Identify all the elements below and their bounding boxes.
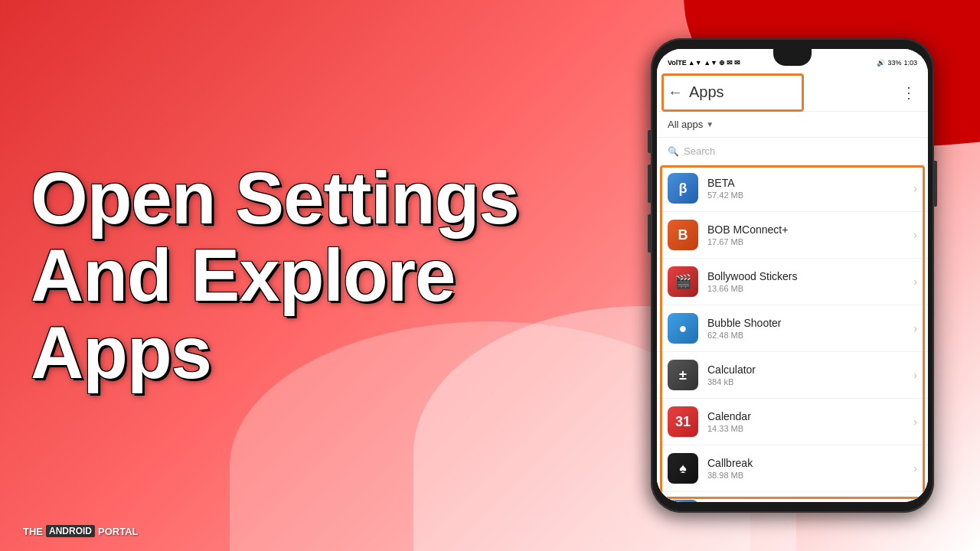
app-list-item[interactable]: BBOB MConnect+17.67 MB› — [657, 212, 928, 259]
watermark-brand: ANDROID — [46, 525, 95, 537]
app-info: Calculator384 kB — [707, 364, 913, 386]
phone-vol-up-button — [648, 165, 651, 203]
chevron-right-icon: › — [913, 462, 917, 474]
app-icon: 🎬 — [668, 266, 698, 297]
app-list-item[interactable]: 📷Camera69.63 MB› — [657, 492, 928, 502]
app-bar-title: Apps — [689, 83, 901, 101]
app-list-item[interactable]: ●Bubble Shooter62.48 MB› — [657, 305, 928, 352]
app-info: Callbreak38.98 MB — [707, 457, 913, 480]
phone-body: VolTE ▲▼ ▲▼ ⊕ ✉ ✉ 🔊 33% 1:03 ← Apps ⋮ — [651, 38, 934, 513]
filter-row[interactable]: All apps ▼ — [657, 112, 928, 138]
chevron-right-icon: › — [913, 369, 917, 381]
search-placeholder: Search — [684, 145, 715, 157]
chevron-right-icon: › — [913, 229, 917, 241]
chevron-right-icon: › — [913, 182, 917, 194]
app-size: 62.48 MB — [707, 331, 913, 340]
app-list-item[interactable]: 31Calendar14.33 MB› — [657, 399, 928, 445]
app-icon: β — [668, 173, 698, 204]
app-size: 13.66 MB — [707, 284, 913, 293]
app-list-item[interactable]: 🎬Bollywood Stickers13.66 MB› — [657, 259, 928, 305]
chevron-right-icon: › — [913, 276, 917, 288]
phone-container: VolTE ▲▼ ▲▼ ⊕ ✉ ✉ 🔊 33% 1:03 ← Apps ⋮ — [651, 38, 934, 513]
status-msg: ✉ ✉ — [727, 59, 741, 67]
app-list-item[interactable]: ±Calculator384 kB› — [657, 352, 928, 399]
status-sound: 🔊 — [877, 59, 885, 67]
app-list-item[interactable]: ♠Callbreak38.98 MB› — [657, 445, 928, 492]
watermark-prefix: THE — [23, 526, 43, 537]
search-icon: 🔍 — [668, 146, 679, 157]
app-name: Calculator — [707, 364, 913, 376]
watermark: THE ANDROID PORTAL — [23, 525, 138, 537]
phone-vol-down-button — [648, 214, 651, 253]
app-size: 384 kB — [707, 377, 913, 386]
app-icon: ± — [668, 360, 698, 390]
app-size: 17.67 MB — [707, 237, 913, 246]
left-text-block: Open Settings And Explore Apps — [31, 160, 567, 391]
app-list-item[interactable]: βBETA57.42 MB› — [657, 165, 928, 212]
filter-dropdown-arrow: ▼ — [706, 120, 714, 129]
app-size: 38.98 MB — [707, 471, 913, 480]
app-name: Calendar — [707, 410, 913, 422]
filter-label: All apps — [668, 119, 703, 130]
app-name: Bollywood Stickers — [707, 270, 913, 282]
more-options-button[interactable]: ⋮ — [901, 83, 917, 102]
phone-screen: VolTE ▲▼ ▲▼ ⊕ ✉ ✉ 🔊 33% 1:03 ← Apps ⋮ — [657, 49, 928, 502]
app-info: Bollywood Stickers13.66 MB — [707, 270, 913, 293]
back-button[interactable]: ← — [668, 83, 683, 101]
app-bar: ← Apps ⋮ — [657, 73, 928, 112]
status-wifi: ⊕ — [719, 59, 725, 67]
app-info: Bubble Shooter62.48 MB — [707, 317, 913, 340]
status-carrier: VolTE — [668, 59, 687, 67]
title-line2: And Explore Apps — [31, 237, 567, 392]
status-signal: ▲▼ ▲▼ — [688, 59, 717, 67]
app-name: BOB MConnect+ — [707, 223, 913, 236]
chevron-right-icon: › — [913, 416, 917, 428]
app-name: BETA — [707, 177, 913, 189]
phone-notch — [773, 49, 812, 66]
watermark-suffix: PORTAL — [98, 526, 138, 537]
phone-power-button — [934, 161, 937, 207]
main-title: Open Settings And Explore Apps — [31, 160, 567, 391]
search-bar[interactable]: 🔍 Search — [657, 138, 928, 165]
app-size: 57.42 MB — [707, 191, 913, 200]
title-line1: Open Settings — [31, 160, 567, 237]
status-time: 1:03 — [903, 59, 917, 67]
status-battery: 33% — [887, 59, 901, 67]
status-left: VolTE ▲▼ ▲▼ ⊕ ✉ ✉ — [668, 59, 741, 67]
app-info: Calendar14.33 MB — [707, 410, 913, 433]
app-name: Bubble Shooter — [707, 317, 913, 329]
app-icon: ● — [668, 313, 698, 344]
app-icon: B — [668, 220, 698, 250]
app-icon: 📷 — [668, 500, 698, 502]
app-size: 14.33 MB — [707, 424, 913, 433]
app-icon: ♠ — [668, 453, 698, 484]
phone-btn-left-1 — [648, 130, 651, 153]
app-info: BOB MConnect+17.67 MB — [707, 223, 913, 246]
status-right: 🔊 33% 1:03 — [877, 59, 917, 67]
app-icon: 31 — [668, 406, 698, 437]
app-name: Callbreak — [707, 457, 913, 469]
app-list: βBETA57.42 MB›BBOB MConnect+17.67 MB›🎬Bo… — [657, 165, 928, 502]
chevron-right-icon: › — [913, 322, 917, 334]
app-info: BETA57.42 MB — [707, 177, 913, 200]
